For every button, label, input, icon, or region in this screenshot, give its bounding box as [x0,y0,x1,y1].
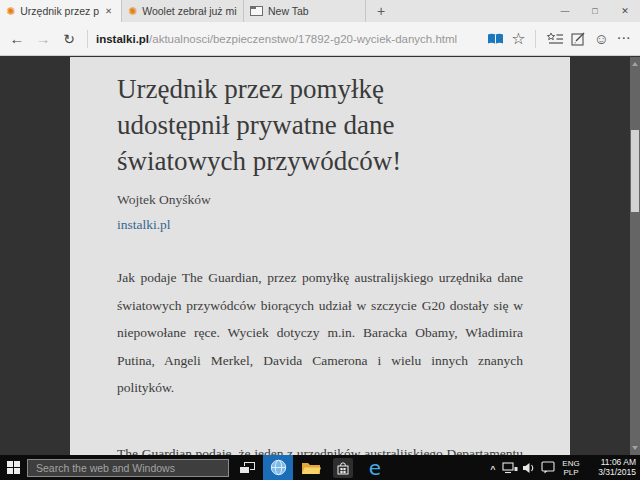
task-view-button[interactable] [233,455,261,480]
edge-globe-icon [270,459,287,476]
screen: ✺ Urzędnik przez pomyłk... ✕ ✺ Woolet ze… [0,0,640,480]
internet-explorer-button[interactable]: e [361,455,389,480]
close-window-button[interactable]: ✕ [610,0,640,22]
refresh-icon[interactable]: ↻ [56,32,82,46]
site-favicon-icon: ✺ [128,6,137,17]
url-host: instalki.pl [96,33,149,45]
article-paragraph: The Guardian podaje, że jeden z urzędnik… [117,440,523,456]
favorites-star-icon[interactable]: ☆ [507,22,530,55]
folder-icon [301,460,321,475]
address-separator [535,30,536,48]
article-author: Wojtek Onyśków [117,192,523,208]
page-area: Urzędnik przez pomyłkę udostępnił prywat… [0,57,640,455]
taskbar-search-input[interactable] [27,459,229,477]
store-icon [333,458,353,478]
system-tray: ^ ENG [486,455,640,480]
forward-icon[interactable]: → [30,31,56,46]
tab-title: Woolet zebrał już milion złot... [142,5,237,17]
tab-article[interactable]: ✺ Urzędnik przez pomyłk... ✕ [0,0,122,22]
new-tab-button[interactable]: + [366,0,396,22]
url-path: /aktualnosci/bezpieczenstwo/17892-g20-wy… [149,33,457,45]
address-field[interactable]: instalki.pl/aktualnosci/bezpieczenstwo/1… [96,33,484,45]
tab-bar: ✺ Urzędnik przez pomyłk... ✕ ✺ Woolet ze… [0,0,640,22]
site-favicon-icon: ✺ [6,6,15,17]
back-icon[interactable]: ← [4,31,30,46]
internet-explorer-icon: e [369,458,381,478]
edge-taskbar-button[interactable] [263,455,293,480]
new-tab-page-icon [250,6,263,16]
address-separator [87,30,88,48]
reading-view-content: Urzędnik przez pomyłkę udostępnił prywat… [70,57,570,455]
hub-icon[interactable] [544,22,567,55]
minimize-button[interactable]: — [550,0,580,22]
scrollbar-up-icon[interactable] [632,62,638,66]
article-paragraph: Jak podaje The Guardian, przez pomyłkę a… [117,264,523,402]
scrollbar[interactable] [630,57,640,455]
address-bar: ← → ↻ instalki.pl/aktualnosci/bezpieczen… [0,22,640,56]
article-title: Urzędnik przez pomyłkę udostępnił prywat… [117,71,465,179]
web-note-icon[interactable] [567,22,590,55]
feedback-smiley-icon[interactable]: ☺ [590,22,613,55]
scrollbar-thumb[interactable] [631,130,639,212]
reading-view-icon[interactable] [484,22,507,55]
file-explorer-button[interactable] [297,455,325,480]
taskbar: e ^ [0,455,640,480]
article-source-link[interactable]: instalki.pl [117,217,523,233]
window-controls: — □ ✕ [550,0,640,22]
clock[interactable]: 11:06 AM 3/31/2015 [584,455,636,480]
scrollbar-down-icon[interactable] [632,446,638,450]
volume-icon[interactable] [520,455,538,480]
tab-title: Urzędnik przez pomyłk... [20,5,99,17]
close-tab-icon[interactable]: ✕ [102,4,115,18]
network-icon[interactable] [500,455,520,480]
tray-caret-icon[interactable]: ^ [486,456,500,480]
language-top: ENG [562,459,579,468]
tab-bar-spacer [396,0,550,22]
tab-woolet[interactable]: ✺ Woolet zebrał już milion złot... [122,0,244,22]
windows-logo-icon [7,461,20,474]
more-actions-icon[interactable]: ··· [613,22,636,55]
language-indicator[interactable]: ENG PLP [558,455,584,480]
language-bottom: PLP [563,468,578,477]
maximize-button[interactable]: □ [580,0,610,22]
store-button[interactable] [329,455,357,480]
clock-date: 3/31/2015 [598,468,636,478]
action-center-icon[interactable] [538,455,558,480]
task-view-icon [239,462,255,474]
tab-new-tab[interactable]: New Tab [244,0,366,22]
tab-title: New Tab [268,5,359,17]
start-button[interactable] [0,455,27,480]
